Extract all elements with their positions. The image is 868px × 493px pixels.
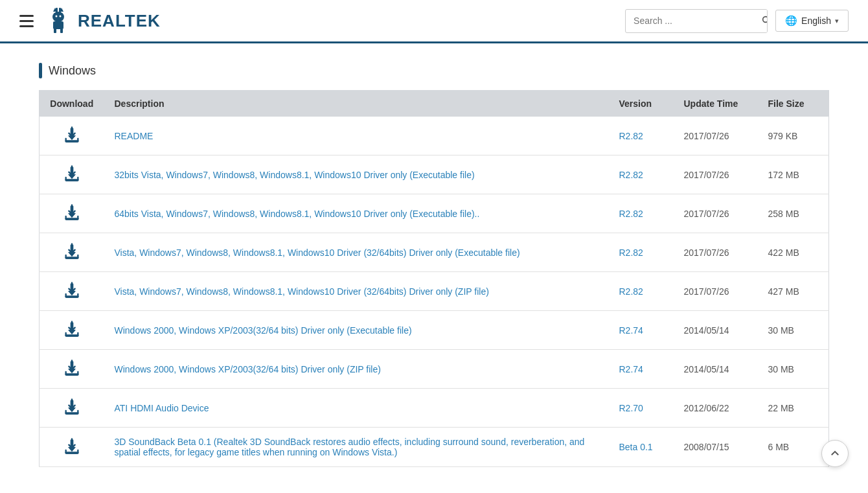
svg-marker-17 — [68, 174, 76, 179]
svg-point-5 — [56, 16, 58, 17]
download-cell — [40, 389, 104, 428]
download-icon — [63, 359, 81, 377]
description-cell: 3D SoundBack Beta 0.1 (Realtek 3D SoundB… — [104, 428, 609, 467]
table-row: 64bits Vista, Windows7, Windows8, Window… — [40, 194, 829, 233]
download-cell — [40, 117, 104, 155]
download-icon — [63, 165, 81, 183]
search-button[interactable] — [755, 10, 768, 32]
file-size-cell: 172 MB — [758, 155, 829, 194]
hamburger-menu[interactable] — [19, 15, 34, 27]
table-row: Windows 2000, Windows XP/2003(32/64 bits… — [40, 311, 829, 350]
table-row: READMER2.822017/07/26979 KB — [40, 117, 829, 155]
version-cell: R2.82 — [609, 194, 674, 233]
table-row: 3D SoundBack Beta 0.1 (Realtek 3D SoundB… — [40, 428, 829, 467]
search-input[interactable] — [626, 10, 755, 31]
search-box — [625, 9, 768, 33]
language-label: English — [801, 16, 831, 26]
download-button[interactable] — [63, 320, 81, 338]
svg-rect-8 — [54, 29, 56, 33]
table-body: READMER2.822017/07/26979 KB 32bits Vista… — [40, 117, 829, 467]
update-time-cell: 2017/07/26 — [674, 155, 758, 194]
version-cell: R2.82 — [609, 233, 674, 272]
section-title-area: Windows — [39, 63, 829, 78]
download-button[interactable] — [63, 242, 81, 260]
search-icon — [761, 15, 768, 25]
section-title: Windows — [49, 64, 96, 78]
svg-rect-24 — [65, 295, 78, 298]
svg-marker-35 — [68, 407, 76, 412]
download-icon — [63, 437, 81, 455]
svg-rect-31 — [70, 361, 73, 370]
download-icon — [63, 281, 81, 299]
description-cell: 32bits Vista, Windows7, Windows8, Window… — [104, 155, 609, 194]
download-icon — [63, 242, 81, 260]
file-size-cell: 422 MB — [758, 233, 829, 272]
download-button[interactable] — [63, 281, 81, 299]
svg-point-6 — [60, 16, 62, 17]
version-cell: R2.70 — [609, 389, 674, 428]
main-content: Windows Download Description Version Upd… — [0, 43, 868, 487]
update-time-cell: 2017/07/26 — [674, 233, 758, 272]
description-cell: Windows 2000, Windows XP/2003(32/64 bits… — [104, 350, 609, 389]
update-time-cell: 2017/07/26 — [674, 117, 758, 155]
download-button[interactable] — [63, 437, 81, 455]
svg-rect-36 — [65, 452, 78, 454]
update-time-cell: 2014/05/14 — [674, 350, 758, 389]
svg-point-4 — [52, 12, 64, 22]
language-selector[interactable]: 🌐 English ▾ — [775, 10, 849, 32]
download-button[interactable] — [63, 398, 81, 416]
svg-rect-16 — [70, 167, 73, 176]
site-header: REALTEK 🌐 English ▾ — [0, 0, 868, 43]
update-time-cell: 2012/06/22 — [674, 389, 758, 428]
svg-rect-9 — [60, 29, 63, 33]
header-left: REALTEK — [19, 6, 161, 35]
description-cell: README — [104, 117, 609, 155]
col-header-description: Description — [104, 91, 609, 117]
svg-point-10 — [763, 16, 768, 22]
svg-rect-21 — [65, 257, 78, 259]
svg-marker-26 — [68, 291, 76, 295]
download-cell — [40, 272, 104, 311]
download-cell — [40, 155, 104, 194]
download-button[interactable] — [63, 126, 81, 144]
svg-marker-38 — [68, 447, 76, 452]
file-size-cell: 30 MB — [758, 350, 829, 389]
description-cell: Vista, Windows7, Windows8, Windows8.1, W… — [104, 272, 609, 311]
file-size-cell: 6 MB — [758, 428, 829, 467]
download-cell — [40, 428, 104, 467]
title-accent-bar — [39, 63, 42, 78]
version-cell: R2.74 — [609, 350, 674, 389]
realtek-logo-icon — [44, 6, 73, 35]
table-row: Windows 2000, Windows XP/2003(32/64 bits… — [40, 350, 829, 389]
svg-rect-7 — [53, 21, 63, 29]
svg-marker-23 — [68, 252, 76, 257]
svg-rect-18 — [65, 218, 78, 220]
download-button[interactable] — [63, 359, 81, 377]
svg-rect-12 — [65, 140, 78, 143]
download-cell — [40, 350, 104, 389]
col-header-download: Download — [40, 91, 104, 117]
svg-rect-13 — [70, 128, 73, 137]
version-cell: R2.74 — [609, 311, 674, 350]
description-cell: Vista, Windows7, Windows8, Windows8.1, W… — [104, 233, 609, 272]
download-icon — [63, 398, 81, 416]
logo-text: REALTEK — [78, 11, 161, 31]
col-header-update: Update Time — [674, 91, 758, 117]
svg-rect-34 — [70, 400, 73, 409]
version-cell: R2.82 — [609, 272, 674, 311]
scroll-to-top-button[interactable] — [821, 440, 849, 467]
description-cell: 64bits Vista, Windows7, Windows8, Window… — [104, 194, 609, 233]
svg-marker-32 — [68, 369, 76, 373]
download-button[interactable] — [63, 203, 81, 222]
download-button[interactable] — [63, 165, 81, 183]
chevron-down-icon: ▾ — [835, 17, 839, 25]
svg-rect-25 — [70, 284, 73, 292]
download-icon — [63, 320, 81, 338]
svg-rect-30 — [65, 373, 78, 376]
version-cell: R2.82 — [609, 117, 674, 155]
svg-rect-33 — [65, 412, 78, 415]
table-header: Download Description Version Update Time… — [40, 91, 829, 117]
table-row: ATI HDMI Audio DeviceR2.702012/06/2222 M… — [40, 389, 829, 428]
svg-rect-22 — [70, 245, 73, 253]
version-cell: Beta 0.1 — [609, 428, 674, 467]
